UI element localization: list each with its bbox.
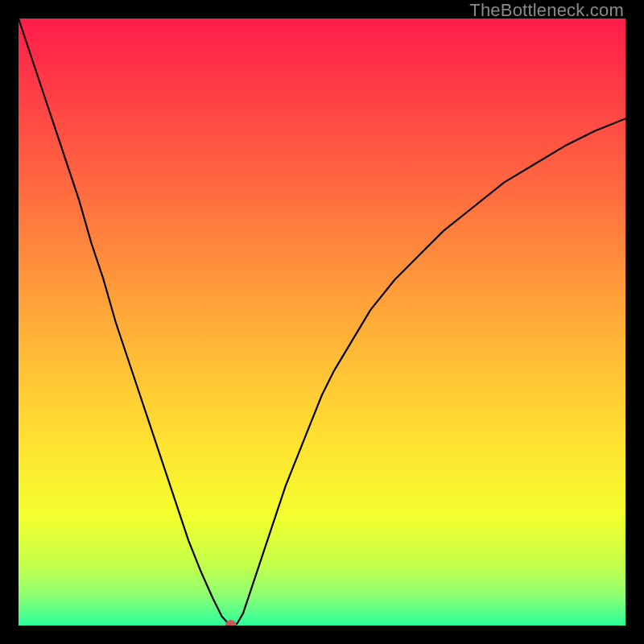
watermark-text: TheBottleneck.com — [469, 0, 624, 21]
chart-frame: TheBottleneck.com — [0, 0, 644, 644]
plot-area — [19, 19, 625, 625]
gradient-background — [19, 19, 625, 625]
bottleneck-curve-chart — [19, 19, 625, 625]
